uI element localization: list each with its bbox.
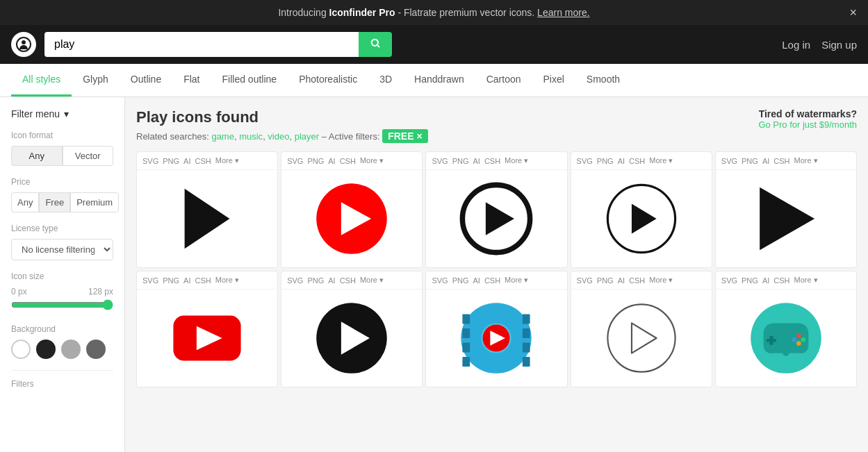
csh-link-5[interactable]: CSH [773,157,789,165]
ai-link-1[interactable]: AI [183,157,190,165]
license-select[interactable]: No license filtering [11,239,113,260]
csh-link-8[interactable]: CSH [484,276,500,285]
png-link-4[interactable]: PNG [597,157,614,165]
png-link-5[interactable]: PNG [742,157,758,165]
svg-point-33 [796,334,801,338]
more-btn-2[interactable]: More ▾ [360,156,384,165]
svg-link-9[interactable]: SVG [577,276,593,285]
filter-menu-button[interactable]: Filter menu ▾ [11,108,69,119]
related-player[interactable]: player [295,131,319,142]
svg-rect-32 [767,339,776,342]
signup-link[interactable]: Sign up [821,39,857,51]
icon-card-8[interactable]: SVG PNG AI CSH More ▾ [425,271,567,387]
svg-link-4[interactable]: SVG [577,157,593,165]
csh-link-10[interactable]: CSH [773,276,789,285]
ai-link-3[interactable]: AI [473,157,480,165]
remove-filter-icon[interactable]: × [417,131,423,142]
go-pro-link[interactable]: Go Pro for just $9/month [758,119,857,130]
png-link-2[interactable]: PNG [307,157,324,165]
tab-photorealistic[interactable]: Photorealistic [288,64,368,97]
tab-glyph[interactable]: Glyph [72,64,120,97]
ai-link-2[interactable]: AI [328,157,335,165]
csh-link-2[interactable]: CSH [340,157,356,165]
csh-link-6[interactable]: CSH [195,276,211,285]
tab-all-styles[interactable]: All styles [11,64,72,97]
csh-link-9[interactable]: CSH [629,276,645,285]
svg-link-1[interactable]: SVG [142,157,158,165]
tab-flat[interactable]: Flat [172,64,211,97]
format-vector-button[interactable]: Vector [63,146,114,166]
login-link[interactable]: Log in [782,39,810,51]
ai-link-9[interactable]: AI [618,276,625,285]
icon-card-3[interactable]: SVG PNG AI CSH More ▾ [425,151,567,268]
active-filter-free[interactable]: FREE × [382,129,428,143]
tab-smooth[interactable]: Smooth [575,64,631,97]
more-btn-8[interactable]: More ▾ [505,276,528,285]
more-btn-4[interactable]: More ▾ [649,156,673,165]
png-link-9[interactable]: PNG [597,276,614,285]
ai-link-4[interactable]: AI [618,157,625,165]
search-input[interactable] [44,32,359,57]
icon-card-6[interactable]: SVG PNG AI CSH More ▾ [136,271,278,387]
png-link-10[interactable]: PNG [742,276,758,285]
png-link-8[interactable]: PNG [452,276,469,285]
png-link-1[interactable]: PNG [163,157,179,165]
icon-preview-8 [426,290,566,387]
more-btn-6[interactable]: More ▾ [215,276,239,285]
tab-handdrawn[interactable]: Handdrawn [403,64,475,97]
svg-link-2[interactable]: SVG [287,157,303,165]
price-any-button[interactable]: Any [11,192,39,212]
more-btn-7[interactable]: More ▾ [360,276,384,285]
tab-cartoon[interactable]: Cartoon [475,64,532,97]
related-video[interactable]: video [268,131,289,142]
ai-link-7[interactable]: AI [328,276,335,285]
png-link-6[interactable]: PNG [163,276,179,285]
svg-link-8[interactable]: SVG [432,276,448,285]
tab-filled-outline[interactable]: Filled outline [211,64,288,97]
svg-link-7[interactable]: SVG [287,276,303,285]
tab-3d[interactable]: 3D [368,64,403,97]
icon-card-9[interactable]: SVG PNG AI CSH More ▾ [571,271,712,387]
icon-card-1[interactable]: SVG PNG AI CSH More ▾ [136,151,278,268]
bg-light-gray[interactable] [61,340,81,359]
ai-link-8[interactable]: AI [473,276,480,285]
site-logo[interactable] [11,32,36,57]
price-premium-button[interactable]: Premium [70,192,119,212]
png-link-3[interactable]: PNG [452,157,469,165]
banner-link[interactable]: Learn more. [537,7,589,18]
format-any-button[interactable]: Any [11,146,63,166]
ai-link-10[interactable]: AI [762,276,769,285]
price-free-button[interactable]: Free [39,192,70,212]
svg-link-10[interactable]: SVG [721,276,737,285]
csh-link-7[interactable]: CSH [340,276,356,285]
more-btn-1[interactable]: More ▾ [215,156,239,165]
tab-outline[interactable]: Outline [120,64,172,97]
size-slider[interactable] [11,299,113,310]
csh-link-3[interactable]: CSH [484,157,500,165]
more-btn-9[interactable]: More ▾ [649,276,673,285]
png-link-7[interactable]: PNG [307,276,324,285]
banner-close-button[interactable]: × [849,6,857,20]
svg-link-3[interactable]: SVG [432,157,448,165]
ai-link-6[interactable]: AI [183,276,190,285]
more-btn-10[interactable]: More ▾ [794,276,818,285]
bg-black[interactable] [36,340,56,359]
bg-dark-gray[interactable] [86,340,106,359]
more-btn-3[interactable]: More ▾ [505,156,528,165]
icon-card-5[interactable]: SVG PNG AI CSH More ▾ [715,151,857,268]
icon-card-7[interactable]: SVG PNG AI CSH More ▾ [281,271,423,387]
ai-link-5[interactable]: AI [762,157,769,165]
related-game[interactable]: game [211,131,234,142]
search-button[interactable] [359,32,392,57]
csh-link-4[interactable]: CSH [629,157,645,165]
svg-link-6[interactable]: SVG [142,276,158,285]
related-music[interactable]: music [239,131,263,142]
svg-link-5[interactable]: SVG [721,157,737,165]
icon-card-2[interactable]: SVG PNG AI CSH More ▾ [281,151,423,268]
icon-card-4[interactable]: SVG PNG AI CSH More ▾ [571,151,712,268]
icon-card-10[interactable]: SVG PNG AI CSH More ▾ [715,271,857,387]
bg-white[interactable] [11,340,31,359]
csh-link-1[interactable]: CSH [195,157,211,165]
tab-pixel[interactable]: Pixel [532,64,575,97]
more-btn-5[interactable]: More ▾ [794,156,818,165]
